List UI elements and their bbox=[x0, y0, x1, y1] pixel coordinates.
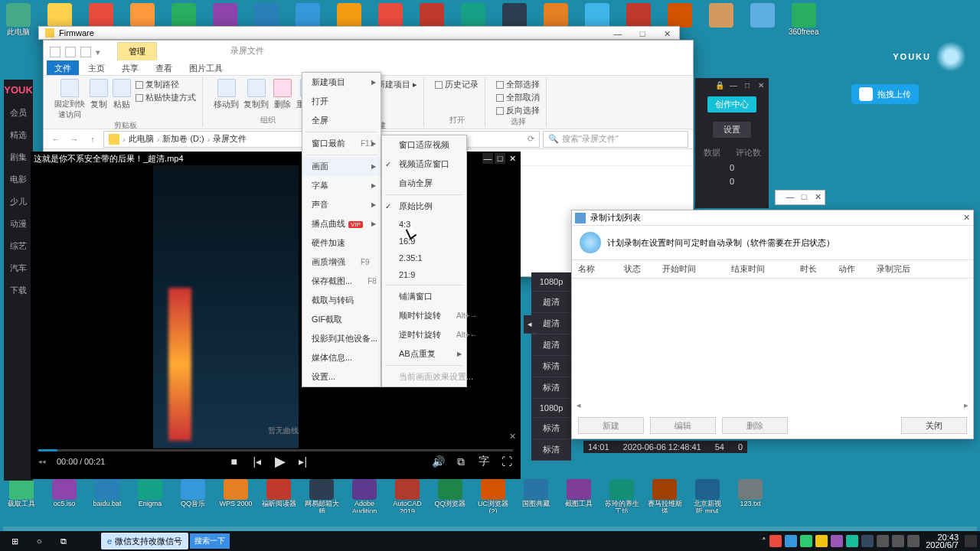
copy-path-button[interactable]: 复制路径 bbox=[136, 79, 196, 90]
subtitle-icon[interactable]: 字 bbox=[478, 455, 490, 468]
ribbon-context-tab[interactable]: 管理 bbox=[117, 42, 157, 60]
settings-button[interactable]: 设置 bbox=[713, 122, 751, 138]
delete-plan-button[interactable]: 删除 bbox=[722, 417, 788, 434]
tray-icon[interactable] bbox=[785, 535, 797, 547]
close-button[interactable]: ✕ bbox=[655, 27, 679, 41]
desktop-icon[interactable]: oc5.iso bbox=[46, 479, 83, 513]
menu-item[interactable]: 声音▶ bbox=[302, 195, 381, 214]
menu-item[interactable]: ✓原始比例 bbox=[382, 197, 466, 216]
scroll-right-icon[interactable]: ▸ bbox=[964, 400, 969, 409]
app-icon[interactable] bbox=[329, 533, 352, 549]
column-header[interactable]: 开始时间 bbox=[656, 260, 725, 278]
sidebar-item[interactable]: 下载 bbox=[10, 285, 27, 296]
ribbon-tab[interactable]: 主页 bbox=[80, 60, 113, 75]
start-button[interactable]: ⊞ bbox=[3, 533, 26, 549]
video-viewport[interactable] bbox=[153, 165, 299, 448]
delete-button[interactable]: 删除 bbox=[273, 79, 292, 110]
app-icon[interactable] bbox=[452, 533, 475, 549]
volume-icon[interactable] bbox=[892, 535, 904, 547]
desktop-icon[interactable] bbox=[747, 3, 778, 37]
menu-item[interactable]: 设置... bbox=[302, 367, 381, 386]
forward-button[interactable]: → bbox=[67, 132, 82, 147]
quality-option[interactable]: 1080p bbox=[531, 272, 571, 292]
qat-icon[interactable] bbox=[80, 47, 91, 57]
up-button[interactable]: ↑ bbox=[85, 132, 100, 147]
menu-item[interactable]: ✓视频适应窗口 bbox=[382, 155, 466, 174]
desktop-icon[interactable]: 网易邮箱大师 bbox=[303, 479, 340, 513]
menu-item[interactable]: 投影到其他设备... bbox=[302, 329, 381, 348]
taskbar[interactable]: ⊞ ○ ⧉ e微信支持改微信号 搜索一下 ˄ 20:432020/6/7 bbox=[0, 531, 980, 551]
taskbar-app-wechat[interactable]: e微信支持改微信号 bbox=[101, 533, 188, 549]
desktop-icon[interactable]: AutoCAD 2019 bbox=[389, 479, 426, 513]
ime-icon[interactable] bbox=[907, 535, 920, 547]
select-none-button[interactable]: 全部取消 bbox=[496, 92, 540, 103]
minimize-button[interactable]: ― bbox=[783, 191, 797, 203]
creative-center-button[interactable]: 创作中心 bbox=[707, 96, 756, 112]
youku-logo-icon[interactable]: YOUK bbox=[4, 84, 33, 96]
tray-icon[interactable] bbox=[861, 535, 874, 547]
menu-item[interactable]: 16:9 bbox=[382, 233, 466, 249]
desktop-icon[interactable]: Enigma bbox=[132, 479, 168, 513]
minimize-button[interactable]: ― bbox=[482, 153, 493, 164]
close-plan-button[interactable]: 关闭 bbox=[901, 417, 967, 434]
copy-button[interactable]: 复制 bbox=[90, 79, 108, 120]
menu-item[interactable]: 铺满窗口 bbox=[382, 287, 466, 306]
sidebar-item[interactable]: 会员 bbox=[10, 107, 27, 119]
quality-option[interactable]: 标清 bbox=[531, 418, 571, 439]
desktop-icon[interactable]: UC浏览器 (2) bbox=[475, 479, 511, 513]
app-icon[interactable] bbox=[550, 533, 573, 549]
play-button[interactable]: ▶ bbox=[274, 455, 286, 468]
desktop-icon[interactable]: 360freeap bbox=[789, 3, 819, 37]
menu-item[interactable]: 4:3 bbox=[382, 216, 466, 233]
app-icon[interactable] bbox=[231, 533, 254, 549]
menu-item[interactable]: 画质增强F9 bbox=[302, 253, 381, 272]
prev-button[interactable]: |◂ bbox=[251, 455, 263, 468]
copy-to-button[interactable]: 复制到 bbox=[243, 79, 269, 110]
menu-item[interactable]: 硬件加速 bbox=[302, 233, 381, 253]
tray-icon[interactable] bbox=[831, 535, 843, 547]
menu-item[interactable]: 逆时针旋转Alt+← bbox=[382, 325, 466, 344]
desktop-icon[interactable]: 北京新视听.mp4 bbox=[689, 479, 726, 513]
desktop-icon[interactable]: QQ音乐 bbox=[175, 479, 211, 513]
column-header[interactable]: 结束时间 bbox=[725, 260, 794, 278]
system-tray[interactable]: ˄ 20:432020/6/7 bbox=[762, 533, 977, 549]
tray-icon[interactable] bbox=[815, 535, 828, 547]
tray-icon[interactable] bbox=[769, 535, 782, 547]
sidebar-item[interactable]: 汽车 bbox=[10, 262, 27, 274]
history-button[interactable]: 历史记录 bbox=[435, 79, 479, 90]
close-button[interactable]: ✕ bbox=[507, 153, 518, 164]
menu-item[interactable]: 自动全屏 bbox=[382, 174, 466, 193]
app-icon[interactable] bbox=[476, 533, 499, 549]
collapse-icon[interactable]: ◂ bbox=[524, 315, 536, 334]
minimize-button[interactable]: ― bbox=[606, 27, 630, 41]
desktop-icon[interactable]: 国图典藏 bbox=[518, 479, 554, 513]
column-header[interactable]: 名称 bbox=[572, 260, 618, 278]
menu-item[interactable]: 媒体信息... bbox=[302, 348, 381, 367]
quality-option[interactable]: 标清 bbox=[531, 439, 571, 461]
menu-item[interactable]: 全屏 bbox=[302, 111, 381, 130]
small-window-controls[interactable]: ― □ ✕ bbox=[775, 190, 825, 205]
column-header[interactable]: 动作 bbox=[832, 260, 871, 278]
app-icon[interactable] bbox=[354, 533, 377, 549]
app-icon[interactable] bbox=[305, 533, 328, 549]
cortana-icon[interactable]: ○ bbox=[28, 533, 51, 549]
quality-option[interactable]: 超清 bbox=[531, 292, 571, 313]
column-header[interactable]: 录制完后 bbox=[871, 260, 932, 278]
youku-studio-panel[interactable]: 🔒 ― □ ✕ 创作中心 设置 数据评论数 0 0 bbox=[695, 78, 769, 208]
column-header[interactable]: 时长 bbox=[794, 260, 832, 278]
new-plan-button[interactable]: 新建 bbox=[578, 417, 644, 434]
move-to-button[interactable]: 移动到 bbox=[214, 79, 239, 110]
desktop-icon[interactable]: 赛马拉维斯塔 bbox=[646, 479, 683, 513]
notifications-icon[interactable] bbox=[965, 535, 977, 547]
menu-item[interactable]: 画面▶ bbox=[302, 157, 381, 176]
sidebar-item[interactable]: 剧集 bbox=[10, 152, 27, 163]
close-button[interactable]: ✕ bbox=[755, 80, 767, 90]
app-icon[interactable] bbox=[378, 533, 401, 549]
close-button[interactable]: ✕ bbox=[963, 213, 970, 223]
minimize-button[interactable]: ― bbox=[727, 80, 740, 90]
desktop-icon[interactable]: QQ浏览器 bbox=[432, 479, 469, 513]
quality-option[interactable]: 1080p bbox=[531, 399, 571, 418]
app-icon[interactable] bbox=[427, 533, 450, 549]
desktop-icon[interactable]: 123.txt bbox=[732, 479, 769, 513]
lock-icon[interactable]: 🔒 bbox=[714, 80, 726, 90]
